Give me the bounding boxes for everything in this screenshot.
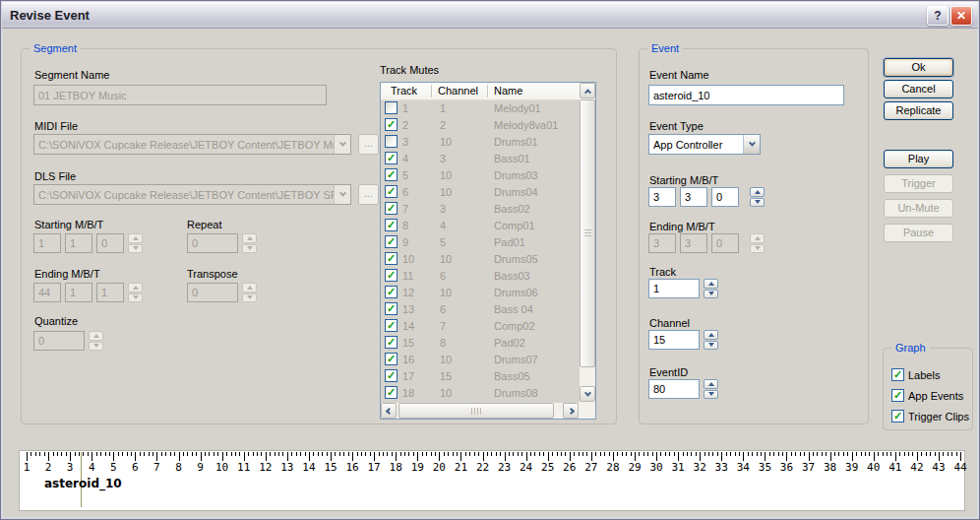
channel-spinner[interactable] [704, 330, 718, 350]
track-mute-checkbox[interactable]: ✓ [385, 302, 398, 315]
event-name-field[interactable] [648, 85, 844, 105]
track-mute-checkbox[interactable]: ✓ [385, 202, 398, 215]
track-spinner[interactable] [704, 279, 718, 298]
track-mute-checkbox[interactable]: ✓ [385, 252, 398, 265]
event-type-label: Event Type [649, 120, 704, 132]
vertical-scrollbar[interactable] [580, 83, 595, 403]
graph-option-checkbox[interactable]: ✓ [891, 410, 904, 422]
table-row[interactable]: ✓1610Drums07 [381, 352, 580, 368]
table-row[interactable]: ✓43Bass01 [381, 151, 580, 167]
ruler-minor-tick [683, 452, 684, 456]
timeline[interactable]: 1234567891011121314151617181920212223242… [19, 450, 965, 511]
track-number: 11 [402, 270, 413, 282]
track-mute-checkbox[interactable]: ✓ [385, 336, 398, 349]
ruler-measure-label: 27 [584, 461, 597, 474]
track-mute-checkbox[interactable]: ✓ [385, 269, 398, 282]
ruler-measure-label: 32 [694, 461, 706, 474]
ruler-minor-tick [622, 452, 623, 456]
ruler-minor-tick [631, 452, 632, 456]
track-mute-checkbox[interactable]: ✓ [385, 369, 398, 382]
timeline-event-label[interactable]: asteroid_10 [44, 477, 122, 490]
table-row[interactable]: ✓84Comp01 [381, 218, 580, 234]
column-header-name[interactable]: Name [494, 85, 522, 97]
replicate-button[interactable]: Replicate [884, 101, 953, 120]
scrollbar-grip [471, 408, 481, 415]
segment-ending-mbt-spinner [128, 283, 143, 302]
table-row[interactable]: ✓610Drums04 [381, 184, 580, 201]
table-row[interactable]: ✓22Melody8va01 [381, 117, 580, 134]
ruler-minor-tick [795, 452, 796, 456]
midi-file-combobox: C:\SONiVOX Cupcake Release\JETBOY Conten… [33, 134, 351, 155]
title-bar[interactable]: Revise Event ? ✕ [2, 2, 978, 29]
event-starting-mbt-spinner[interactable] [750, 187, 765, 207]
track-mute-checkbox[interactable]: ✓ [385, 353, 398, 365]
ruler-minor-tick [674, 452, 675, 456]
table-row[interactable]: 310Drums01 [381, 134, 580, 151]
cancel-button[interactable]: Cancel [884, 80, 953, 98]
table-row[interactable]: ✓158Pad02 [381, 335, 580, 352]
event-starting-mbt-label: Starting M/B/T [649, 174, 718, 186]
track-mute-checkbox[interactable]: ✓ [385, 152, 398, 164]
track-mute-checkbox[interactable]: ✓ [385, 168, 398, 181]
ruler-minor-tick [856, 452, 857, 456]
ruler-minor-tick [552, 452, 553, 456]
event-id-input[interactable] [648, 379, 700, 399]
ruler-measure-label: 5 [110, 461, 117, 474]
scroll-down-button[interactable] [580, 386, 595, 402]
ok-button[interactable]: Ok [884, 58, 953, 77]
table-row[interactable]: ✓116Bass03 [381, 268, 580, 285]
track-input[interactable] [648, 279, 700, 298]
close-button[interactable]: ✕ [950, 6, 972, 26]
track-mutes-label: Track Mutes [380, 64, 439, 76]
mbt-tick-input[interactable] [711, 187, 739, 207]
scroll-left-button[interactable] [381, 403, 397, 419]
track-mute-checkbox[interactable]: ✓ [385, 319, 398, 332]
table-row[interactable]: ✓1210Drums06 [381, 285, 580, 301]
mbt-measure-input[interactable] [648, 187, 676, 207]
table-row[interactable]: ✓147Comp02 [381, 318, 580, 335]
ruler-minor-tick [491, 452, 492, 456]
horizontal-scrollbar-thumb[interactable] [398, 403, 554, 419]
track-mute-checkbox[interactable]: ✓ [385, 286, 398, 298]
ruler-minor-tick [912, 452, 913, 456]
channel-input[interactable] [648, 330, 700, 350]
track-mute-checkbox[interactable] [385, 101, 398, 114]
table-row[interactable]: ✓73Bass02 [381, 201, 580, 218]
vertical-scrollbar-thumb[interactable] [580, 99, 595, 367]
event-id-spinner[interactable] [704, 379, 718, 399]
track-mutes-list[interactable]: Track Channel Name 11Melody01✓22Melody8v… [380, 82, 596, 420]
event-type-dropdown-button[interactable] [743, 135, 760, 154]
ruler-minor-tick [392, 452, 393, 456]
table-row[interactable]: ✓95Pad01 [381, 234, 580, 251]
table-row[interactable]: ✓136Bass 04 [381, 301, 580, 318]
track-mutes-header[interactable]: Track Channel Name [381, 83, 580, 100]
table-row[interactable]: 11Melody01 [381, 100, 580, 117]
mbt-beat-input[interactable] [680, 187, 707, 207]
ruler-minor-tick [834, 452, 835, 456]
event-type-combobox[interactable]: App Controller [648, 134, 761, 155]
track-mute-checkbox[interactable]: ✓ [385, 118, 398, 131]
spinner-up-icon [755, 236, 761, 240]
graph-option-label: App Events [908, 390, 963, 402]
column-header-track[interactable]: Track [391, 85, 417, 97]
table-row[interactable]: ✓1715Bass05 [381, 368, 580, 385]
track-mute-checkbox[interactable]: ✓ [385, 235, 398, 248]
table-row[interactable]: ✓510Drums03 [381, 167, 580, 184]
play-button[interactable]: Play [884, 150, 953, 168]
track-mute-checkbox[interactable] [385, 135, 398, 148]
table-row[interactable]: ✓1010Drums05 [381, 251, 580, 268]
ruler-measure-label: 20 [433, 461, 446, 474]
help-button[interactable]: ? [927, 6, 949, 26]
horizontal-scrollbar[interactable] [381, 403, 580, 419]
scroll-right-button[interactable] [563, 403, 579, 419]
graph-option-checkbox[interactable]: ✓ [891, 368, 904, 381]
track-mute-checkbox[interactable]: ✓ [385, 185, 398, 198]
ruler-minor-tick [595, 452, 596, 456]
column-header-channel[interactable]: Channel [438, 85, 478, 97]
graph-option-checkbox[interactable]: ✓ [891, 389, 904, 402]
scroll-up-button[interactable] [580, 83, 595, 98]
track-mute-checkbox[interactable]: ✓ [385, 219, 398, 231]
ruler-minor-tick [296, 452, 297, 456]
table-row[interactable]: ✓1810Drums08 [381, 385, 580, 402]
track-mute-checkbox[interactable]: ✓ [385, 386, 398, 399]
